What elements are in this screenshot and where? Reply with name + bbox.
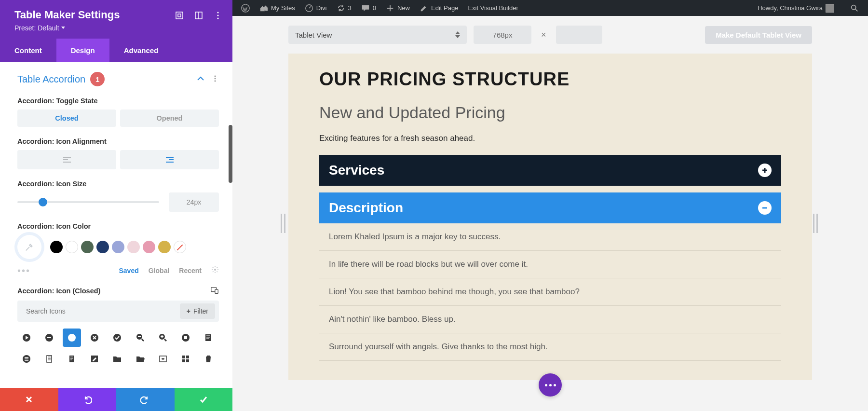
icon-folder-open[interactable] [131,350,149,368]
icon-closed-label: Accordion: Icon (Closed) [17,287,100,295]
toggle-opened-button[interactable]: Opened [120,110,219,127]
wp-logo[interactable] [236,0,255,16]
width-input[interactable]: 768px [474,26,531,44]
svg-point-0 [242,4,249,12]
panel-preset[interactable]: Preset: Default [14,24,218,32]
wp-new[interactable]: New [381,0,415,16]
accordion-services-title: Services [329,163,384,178]
responsive-icon[interactable] [210,286,219,296]
icon-trash[interactable] [199,350,217,368]
kebab-icon[interactable] [213,11,223,20]
height-input[interactable] [556,26,602,44]
accordion-description[interactable]: Description [319,192,781,223]
redo-button[interactable] [116,388,175,411]
canvas: Tablet View 768px × Make Default Tablet … [232,16,868,411]
icon-minus-circle[interactable] [40,329,58,347]
swatch-none[interactable] [174,241,186,253]
icon-window-plus[interactable] [154,350,172,368]
eyedropper-icon [24,242,35,252]
wp-search[interactable] [845,0,864,16]
chevron-up-icon[interactable] [197,74,204,85]
toggle-closed-button[interactable]: Closed [17,110,116,127]
icon-list-circle[interactable] [17,350,36,368]
wp-updates[interactable]: 3 [332,0,356,16]
svg-rect-3 [176,12,183,19]
icon-squares[interactable] [176,350,195,368]
cancel-button[interactable] [0,388,58,411]
icon-plus-circle[interactable] [63,329,81,347]
color-tab-saved[interactable]: Saved [119,267,139,274]
icon-zoom-out[interactable] [131,329,149,347]
wp-my-sites[interactable]: My Sites [255,0,300,16]
settings-panel: Table Maker Settings Preset: Default Con… [0,0,232,411]
undo-button[interactable] [58,388,117,411]
filter-label: Filter [193,307,208,315]
more-dots-icon[interactable]: ••• [17,268,30,273]
section-badge: 1 [90,72,105,86]
swatch-pink[interactable] [143,241,155,253]
swatch-gold[interactable] [158,241,171,253]
swatch-black[interactable] [50,241,63,253]
wp-site-name[interactable]: Divi [300,0,332,16]
swatch-lightpink[interactable] [127,241,140,253]
section-kebab-icon[interactable] [211,74,219,85]
swatch-lavender[interactable] [112,241,124,253]
panel-header: Table Maker Settings Preset: Default [0,0,232,39]
align-right-button[interactable] [120,150,219,169]
color-tab-global[interactable]: Global [149,267,170,274]
svg-rect-34 [69,356,74,362]
icon-size-slider[interactable] [17,201,159,203]
wp-howdy[interactable]: Howdy, Christina Gwira [753,0,839,16]
table-row: Lion! You see that bamboo behind me thou… [319,278,781,306]
make-default-button[interactable]: Make Default Tablet View [705,26,812,44]
icon-note[interactable] [199,329,217,347]
swatch-navy[interactable] [96,241,109,253]
expand-icon[interactable] [175,11,184,20]
icon-doc1[interactable] [40,350,58,368]
align-left-button[interactable] [17,150,116,169]
svg-rect-38 [186,356,189,358]
svg-rect-19 [215,289,218,293]
icon-filter-button[interactable]: +Filter [180,303,215,319]
icon-check-circle[interactable] [108,329,126,347]
icon-search-input[interactable] [21,303,180,319]
section-header[interactable]: Table Accordion 1 [17,72,219,86]
scrollbar-thumb[interactable] [229,125,232,183]
color-settings-gear-icon[interactable] [211,266,219,275]
svg-point-25 [113,334,121,342]
icon-align-label: Accordion: Icon Alignment [17,137,219,145]
resize-handle-left[interactable] [281,214,287,233]
panel-body: Table Accordion 1 Accordion: Toggle Stat… [0,62,232,388]
icon-edit-square[interactable] [85,350,104,368]
icon-size-value[interactable]: 24px [169,192,219,212]
columns-icon[interactable] [194,11,203,20]
icon-play[interactable] [17,329,36,347]
color-tab-recent[interactable]: Recent [179,267,202,274]
wp-edit-page-label: Edit Page [431,4,458,12]
slider-thumb[interactable] [39,198,47,206]
page-frame: OUR PRICING STRUCTURE New and Updated Pr… [288,54,812,380]
color-picker-button[interactable] [17,235,41,259]
tab-advanced[interactable]: Advanced [109,39,173,62]
icon-x-circle[interactable] [85,329,104,347]
resize-handle-right[interactable] [813,214,820,233]
wp-comments[interactable]: 0 [356,0,381,16]
swatch-olive[interactable] [81,241,94,253]
tab-design[interactable]: Design [56,39,109,62]
wp-exit-vb[interactable]: Exit Visual Builder [463,0,523,16]
swatch-white[interactable] [66,241,78,253]
icon-doc2[interactable] [63,350,81,368]
icon-stop[interactable] [176,329,195,347]
icon-zoom-in[interactable] [154,329,172,347]
tab-content[interactable]: Content [0,39,56,62]
fab-more[interactable] [539,373,562,397]
toggle-state-label: Accordion: Toggle State [17,97,219,105]
icon-folder[interactable] [108,350,126,368]
wp-edit-page[interactable]: Edit Page [415,0,463,16]
view-select[interactable]: Tablet View [288,26,467,44]
section-title: Table Accordion [17,74,85,85]
plus-icon [386,4,394,13]
accordion-services[interactable]: Services [319,155,781,186]
svg-rect-22 [47,337,51,338]
save-button[interactable] [175,388,233,411]
